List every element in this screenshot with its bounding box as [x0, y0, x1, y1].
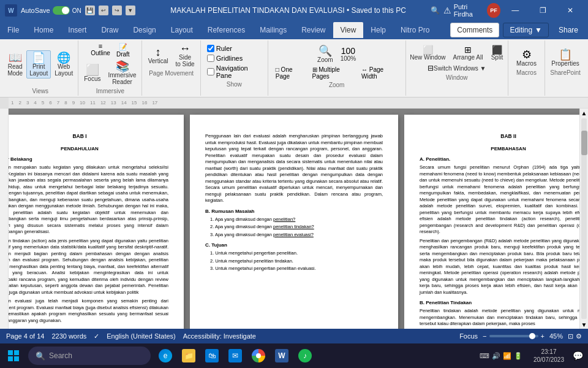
vertical-button[interactable]: ↕ Vertical: [146, 42, 171, 69]
zoom-thumb: [529, 333, 535, 339]
gridlines-checkbox[interactable]: [207, 55, 214, 62]
switch-windows-button[interactable]: ⊟ Switch Windows ▼: [425, 63, 488, 73]
tray-icon-3: 📶: [503, 352, 511, 360]
zoom-level[interactable]: 45%: [549, 332, 563, 340]
split-button[interactable]: ⬛ Split: [488, 44, 506, 62]
zoom-button[interactable]: 🔍 Zoom: [315, 44, 336, 64]
ribbon-tabs: File Home Insert Draw Design Layout Refe…: [0, 22, 447, 38]
tab-view[interactable]: View: [333, 22, 364, 38]
taskbar-app-edge[interactable]: e: [154, 345, 176, 367]
ruler-label: Ruler: [216, 45, 232, 52]
scroll-up-button[interactable]: ▲: [580, 109, 588, 117]
scrollbar-track[interactable]: [581, 118, 587, 319]
tab-review[interactable]: Review: [294, 22, 333, 38]
user-avatar[interactable]: PF: [487, 3, 500, 18]
web-layout-button[interactable]: 🌐 WebLayout: [52, 51, 75, 78]
arrange-all-button[interactable]: ⊞ Arrange All: [451, 44, 486, 62]
accessibility-status[interactable]: Accessibility: Investigate: [183, 332, 256, 340]
date-display: 20/07/2023: [533, 356, 564, 364]
search-button[interactable]: 🔍: [430, 4, 441, 17]
ruler-checkbox[interactable]: [207, 45, 214, 52]
zoom-in-button[interactable]: +: [541, 332, 545, 340]
language-setting[interactable]: English (United States): [107, 332, 176, 340]
taskbar-app-spotify[interactable]: ♪: [294, 345, 316, 367]
ribbon-tab-bar: File Home Insert Draw Design Layout Refe…: [0, 21, 588, 39]
share-button[interactable]: Share: [552, 23, 584, 37]
notification-icon[interactable]: 💬: [570, 351, 586, 361]
one-page-button[interactable]: □ One Page: [273, 66, 309, 80]
middle-para1: Penggunaan lain dari evaluasi adalah men…: [205, 133, 383, 204]
properties-button[interactable]: 📋 Properties: [549, 48, 582, 68]
new-window-button[interactable]: ⬜ New Window: [407, 44, 448, 62]
middle-q2-text: 2. Apa yang dimaksud dengan penelitian t…: [210, 224, 314, 229]
save-button[interactable]: 💾: [85, 6, 95, 15]
print-layout-button[interactable]: 📄 PrintLayout: [26, 50, 51, 79]
page-bab1: BAB I PENDAHULUAN A. Latar Belakang Pene…: [9, 115, 184, 329]
tab-mailings[interactable]: Mailings: [252, 22, 294, 38]
read-mode-button[interactable]: 📖 ReadMode: [5, 51, 25, 78]
tab-design[interactable]: Design: [126, 22, 163, 38]
scroll-down-button[interactable]: ▼: [580, 320, 588, 329]
taskbar-app-explorer[interactable]: 📁: [178, 345, 200, 367]
multiple-pages-button[interactable]: ⊞ Multiple Pages: [310, 66, 358, 80]
svg-rect-3: [14, 356, 19, 361]
bab2-para3: Penelitian tindakan adalah metode peneli…: [420, 308, 579, 328]
macros-group-label: Macros: [516, 69, 537, 76]
macros-button[interactable]: ⚙ Macros: [514, 48, 539, 68]
quick-access-dropdown[interactable]: ▼: [126, 6, 135, 15]
taskbar-search-box[interactable]: 🔍 Search: [28, 347, 151, 365]
taskbar-app-chrome[interactable]: [247, 345, 270, 367]
gridlines-checkbox-label[interactable]: Gridlines: [206, 54, 263, 63]
zoom-out-button[interactable]: −: [483, 332, 486, 340]
middle-section-c: C. Tujuan: [205, 242, 383, 248]
taskbar-app-store[interactable]: 🛍: [201, 345, 223, 367]
tab-nitro[interactable]: Nitro Pro: [393, 22, 437, 38]
time-date-display[interactable]: 23:17 20/07/2023: [530, 348, 568, 364]
tab-insert[interactable]: Insert: [61, 22, 94, 38]
close-button[interactable]: ✕: [558, 0, 583, 21]
tab-draw[interactable]: Draw: [94, 22, 126, 38]
start-button[interactable]: [2, 345, 24, 367]
immersive-reader-icon: 📚: [116, 61, 129, 72]
immersive-reader-button[interactable]: 📚 ImmersiveReader: [105, 59, 138, 86]
zoom-slider[interactable]: [489, 335, 538, 337]
scrollbar-thumb[interactable]: [581, 131, 587, 155]
minimize-button[interactable]: —: [503, 0, 528, 21]
nav-pane-checkbox-label[interactable]: Navigation Pane: [206, 64, 263, 80]
word-count: 2230 words: [51, 332, 86, 340]
tab-layout[interactable]: Layout: [164, 22, 200, 38]
zoom-100-icon: 100: [341, 47, 355, 55]
outline-button[interactable]: ≡ Outline: [88, 42, 113, 57]
redo-button[interactable]: ↪: [112, 6, 122, 15]
vertical-scrollbar[interactable]: ▲ ▼: [579, 109, 588, 329]
comments-button[interactable]: Comments: [450, 23, 499, 37]
focus-label: Focus: [459, 332, 478, 340]
taskbar-app-mail[interactable]: ✉: [224, 345, 246, 367]
tab-home[interactable]: Home: [26, 22, 61, 38]
time-display: 23:17: [541, 348, 556, 356]
focus-button[interactable]: ⬜ Focus: [81, 59, 103, 86]
tab-help[interactable]: Help: [363, 22, 393, 38]
side-to-side-button[interactable]: ↔ Sideto Side: [173, 42, 197, 69]
focus-icon: ⬜: [86, 64, 99, 75]
web-layout-icon: 🌐: [57, 52, 70, 63]
bab2-title: BAB II: [420, 133, 579, 140]
tab-references[interactable]: References: [200, 22, 252, 38]
autosave-toggle[interactable]: AutoSave ON: [21, 6, 81, 15]
spell-check-icon: ✓: [94, 332, 99, 340]
bab2-para1: Secara umum fungsi penelitian menurut Or…: [420, 164, 579, 236]
undo-button[interactable]: ↩: [99, 6, 108, 15]
draft-button[interactable]: 📝 Draft: [114, 42, 132, 58]
ruler-checkbox-label[interactable]: Ruler: [206, 44, 263, 53]
nav-pane-checkbox[interactable]: [207, 68, 214, 75]
zoom-100-button[interactable]: 100 100%: [338, 45, 359, 63]
tab-file[interactable]: File: [0, 22, 26, 38]
autosave-switch[interactable]: [53, 6, 70, 15]
editing-button[interactable]: Editing ▼: [503, 23, 549, 37]
page-width-button[interactable]: ↔ Page Width: [359, 66, 401, 80]
taskbar-app-word[interactable]: W: [271, 345, 293, 367]
document-area[interactable]: BAB I PENDAHULUAN A. Latar Belakang Pene…: [9, 109, 579, 329]
ribbon-group-page-movement: ↕ Vertical ↔ Sideto Side Page Movement: [142, 40, 200, 96]
switch-windows-label: Switch Windows ▼: [434, 65, 486, 72]
maximize-button[interactable]: ❐: [530, 0, 556, 21]
